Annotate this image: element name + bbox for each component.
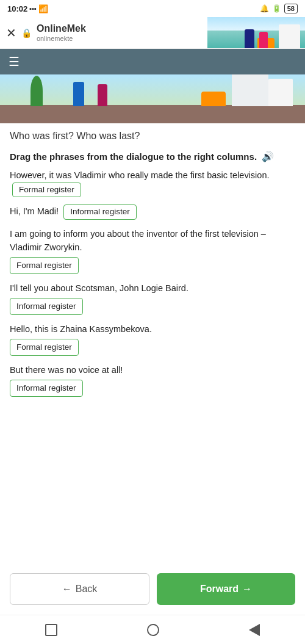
forward-button[interactable]: Forward →	[157, 573, 295, 605]
battery-level: 58	[284, 4, 298, 13]
dialogue-text-6: But there was no voice at all!	[10, 365, 123, 375]
hamburger-icon[interactable]: ☰	[9, 54, 20, 69]
dialogue-item-6: But there was no voice at all! Informal …	[10, 363, 295, 397]
time: 10:02	[7, 4, 27, 13]
register-tag-3[interactable]: Formal register	[10, 257, 79, 274]
android-square-button[interactable]	[45, 624, 57, 636]
main-content: Drag the phrases from the dialogue to th…	[0, 143, 305, 566]
register-tag-1[interactable]: Formal register	[12, 183, 81, 197]
dialogue-text-3: I am going to inform you about the inven…	[10, 229, 266, 253]
register-tag-6[interactable]: Informal register	[10, 380, 83, 397]
wifi-icon: 📶	[38, 4, 48, 13]
back-arrow-icon: ←	[62, 584, 72, 595]
dialogue-item-2: Hi, I'm Madi! Informal register	[10, 204, 295, 219]
dialogue-item-1: However, it was Vladimir who really made…	[10, 168, 295, 197]
status-bar: 10:02 ▪▪▪ 📶 🔔 🔋 58	[0, 0, 305, 17]
dialogue-item-3: I am going to inform you about the inven…	[10, 227, 295, 275]
register-tag-5[interactable]: Formal register	[10, 339, 79, 356]
back-label: Back	[76, 584, 98, 595]
site-info: OnlineMek onlinemekte	[37, 23, 86, 42]
register-tag-2[interactable]: Informal register	[63, 204, 137, 219]
page-heading: Who was first? Who was last?	[0, 123, 305, 143]
status-left: 10:02 ▪▪▪ 📶	[7, 4, 48, 13]
site-name: OnlineMek	[37, 23, 86, 34]
android-home-button[interactable]	[147, 624, 159, 636]
banner-image	[0, 74, 305, 123]
instruction-text: Drag the phrases from the dialogue to th…	[10, 150, 295, 164]
forward-label: Forward	[200, 584, 239, 595]
dialogue-text-4: I'll tell you about Scotsman, John Logie…	[10, 283, 188, 293]
dialogue-item-5: Hello, this is Zhaina Kassymbekova. Form…	[10, 322, 295, 356]
volume-icon: 🔔	[260, 4, 269, 13]
register-tag-4[interactable]: Informal register	[10, 298, 83, 315]
bottom-nav: ← Back Forward →	[0, 566, 305, 615]
battery-icon: 🔋	[272, 4, 281, 13]
signal-icon: ▪▪▪	[29, 5, 37, 12]
dialogue-text-1: However, it was Vladimir who really made…	[10, 170, 270, 180]
dialogue-text-2: Hi, I'm Madi!	[10, 206, 59, 216]
browser-top-bar: ✕ 🔒 OnlineMek onlinemekte	[0, 17, 305, 49]
forward-arrow-icon: →	[242, 584, 252, 595]
status-right: 🔔 🔋 58	[260, 4, 298, 13]
anime-thumbnail	[207, 17, 305, 49]
android-back-button[interactable]	[249, 624, 260, 636]
dialogue-text-5: Hello, this is Zhaina Kassymbekova.	[10, 324, 152, 334]
hamburger-bar: ☰	[0, 49, 305, 74]
close-button[interactable]: ✕	[6, 27, 16, 39]
back-button[interactable]: ← Back	[10, 573, 149, 605]
lock-icon: 🔒	[21, 28, 32, 38]
speaker-icon[interactable]: 🔊	[262, 151, 274, 162]
android-nav-bar	[0, 615, 305, 644]
dialogue-item-4: I'll tell you about Scotsman, John Logie…	[10, 281, 295, 315]
site-url: onlinemekte	[37, 35, 86, 43]
